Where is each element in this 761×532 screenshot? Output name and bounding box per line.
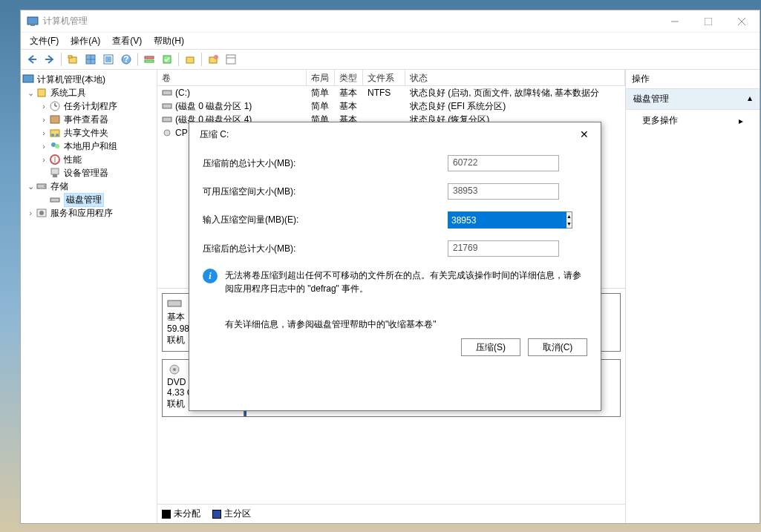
svg-point-48 <box>164 130 170 136</box>
storage-icon <box>36 180 48 192</box>
svg-rect-45 <box>163 91 172 95</box>
disk-icon <box>49 194 61 206</box>
window-title: 计算机管理 <box>43 15 658 27</box>
shrink-amount-input[interactable] <box>448 211 566 229</box>
label-total-after: 压缩后的总计大小(MB): <box>203 243 448 255</box>
menu-help[interactable]: 帮助(H) <box>148 33 190 49</box>
device-icon <box>49 167 61 179</box>
menubar: 文件(F) 操作(A) 查看(V) 帮助(H) <box>21 33 760 49</box>
actions-more[interactable]: 更多操作▸ <box>626 110 760 131</box>
expand-icon[interactable]: › <box>39 128 49 137</box>
col-type[interactable]: 类型 <box>335 70 363 85</box>
svg-rect-38 <box>51 168 59 174</box>
forward-button[interactable] <box>42 51 58 68</box>
collapse-arrow-icon: ▴ <box>748 93 752 105</box>
shrink-amount-spinbox[interactable]: ▲▼ <box>448 211 559 229</box>
toolbar-btn-7[interactable] <box>141 51 157 68</box>
tree-shared-folders[interactable]: 共享文件夹 <box>64 127 108 139</box>
help-icon[interactable]: ? <box>118 51 134 68</box>
toolbar-btn-8[interactable] <box>159 51 175 68</box>
services-icon <box>36 207 48 219</box>
svg-rect-17 <box>145 56 154 59</box>
col-volume[interactable]: 卷 <box>157 70 307 85</box>
field-total-before: 60722 <box>448 155 559 171</box>
col-layout[interactable]: 布局 <box>307 70 335 85</box>
legend-unallocated: 未分配 <box>162 508 200 520</box>
dialog-titlebar[interactable]: 压缩 C: ✕ <box>189 122 601 146</box>
svg-point-35 <box>55 144 59 148</box>
toolbar-btn-4[interactable] <box>82 51 99 68</box>
tree-system-tools[interactable]: 系统工具 <box>50 87 86 99</box>
actions-disk-mgmt[interactable]: 磁盘管理▴ <box>626 89 760 110</box>
toolbar: ? <box>21 49 760 70</box>
svg-point-51 <box>173 368 176 371</box>
legend-primary: 主分区 <box>212 508 251 520</box>
app-icon <box>27 16 39 27</box>
tree-task-scheduler[interactable]: 任务计划程序 <box>64 100 117 113</box>
svg-point-41 <box>44 185 45 187</box>
toolbar-btn-3[interactable] <box>65 51 81 68</box>
menu-action[interactable]: 操作(A) <box>65 33 106 49</box>
toolbar-btn-11[interactable] <box>223 51 239 68</box>
tree-local-users[interactable]: 本地用户和组 <box>64 140 117 153</box>
svg-rect-9 <box>68 56 72 58</box>
tree-event-viewer[interactable]: 事件查看器 <box>64 114 108 126</box>
col-filesystem[interactable]: 文件系统 <box>363 70 405 85</box>
volume-list-header: 卷 布局 类型 文件系统 状态 <box>157 70 625 86</box>
svg-rect-30 <box>50 116 59 123</box>
minimize-button[interactable] <box>658 10 691 32</box>
collapse-icon[interactable]: ⌄ <box>25 88 36 98</box>
svg-rect-39 <box>53 174 57 177</box>
svg-rect-42 <box>50 198 59 202</box>
toolbar-btn-9[interactable] <box>182 51 198 68</box>
cancel-button[interactable]: 取消(C) <box>528 338 587 356</box>
svg-rect-1 <box>30 24 35 26</box>
tree-storage[interactable]: 存储 <box>50 180 68 193</box>
dialog-info-2: 有关详细信息，请参阅磁盘管理帮助中的"收缩基本卷" <box>225 318 587 331</box>
spin-down-button[interactable]: ▼ <box>566 220 572 229</box>
label-shrink-amount: 输入压缩空间量(MB)(E): <box>203 214 448 226</box>
svg-rect-14 <box>105 56 111 62</box>
shrink-button[interactable]: 压缩(S) <box>461 338 520 356</box>
field-available: 38953 <box>448 183 559 200</box>
toolbar-btn-10[interactable] <box>205 51 221 68</box>
tree-device-manager[interactable]: 设备管理器 <box>64 167 108 180</box>
tools-icon <box>36 87 48 99</box>
expand-icon[interactable]: › <box>39 142 49 151</box>
menu-file[interactable]: 文件(F) <box>24 33 65 49</box>
expand-icon[interactable]: › <box>39 115 49 124</box>
submenu-arrow-icon: ▸ <box>739 116 743 126</box>
collapse-icon[interactable]: ⌄ <box>25 182 36 191</box>
computer-icon <box>22 73 34 85</box>
toolbar-btn-5[interactable] <box>100 51 117 68</box>
close-button[interactable] <box>725 10 758 32</box>
dialog-close-button[interactable]: ✕ <box>574 125 595 143</box>
back-button[interactable] <box>24 51 40 68</box>
expand-icon[interactable]: › <box>25 208 36 217</box>
svg-rect-47 <box>163 117 172 122</box>
clock-icon <box>49 100 61 112</box>
spin-up-button[interactable]: ▲ <box>566 212 572 220</box>
svg-rect-18 <box>145 60 154 62</box>
tree-root[interactable]: 计算机管理(本地) <box>37 73 105 86</box>
svg-rect-0 <box>27 17 38 24</box>
actions-panel: 操作 磁盘管理▴ 更多操作▸ <box>626 70 760 523</box>
expand-icon[interactable]: › <box>39 155 49 164</box>
label-available: 可用压缩空间大小(MB): <box>203 185 448 198</box>
col-status[interactable]: 状态 <box>405 70 625 85</box>
tree-performance[interactable]: 性能 <box>64 154 82 166</box>
tree-panel: 计算机管理(本地) ⌄系统工具 ›任务计划程序 ›事件查看器 ›共享文件夹 ›本… <box>21 70 157 523</box>
titlebar[interactable]: 计算机管理 <box>21 10 760 33</box>
svg-point-44 <box>39 211 44 215</box>
svg-point-22 <box>214 55 218 59</box>
expand-icon[interactable]: › <box>39 102 49 111</box>
folder-shared-icon <box>49 127 61 139</box>
volume-row[interactable]: (磁盘 0 磁盘分区 1)简单基本状态良好 (EFI 系统分区) <box>157 99 625 113</box>
volume-row[interactable]: (C:)简单基本NTFS状态良好 (启动, 页面文件, 故障转储, 基本数据分 <box>157 86 625 99</box>
tree-services[interactable]: 服务和应用程序 <box>50 207 113 220</box>
tree-disk-management[interactable]: 磁盘管理 <box>64 193 104 207</box>
menu-view[interactable]: 查看(V) <box>106 33 148 49</box>
svg-point-33 <box>56 134 59 137</box>
maximize-button[interactable] <box>691 10 725 32</box>
svg-rect-20 <box>186 57 194 63</box>
